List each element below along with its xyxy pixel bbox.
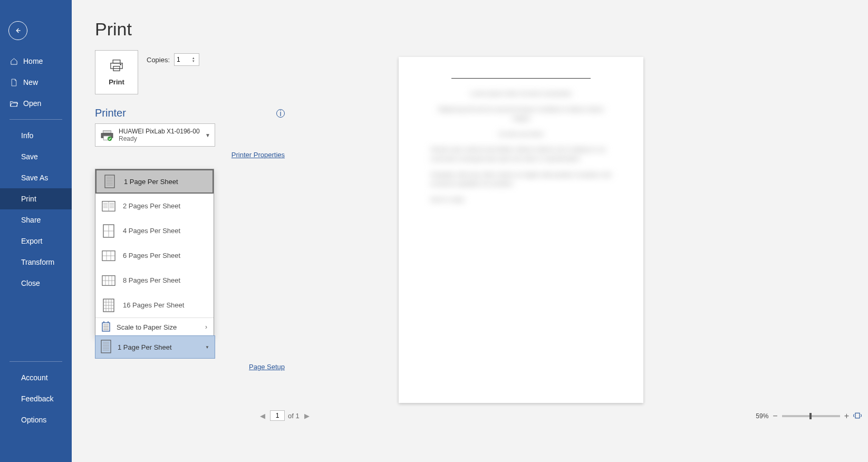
preview-page-nav: ◀ of 1 ▶ [258,410,311,421]
pps-label: 8 Pages Per Sheet [123,276,180,284]
pps-option-1[interactable]: 1 Page Per Sheet [95,169,214,194]
page-setup-link[interactable]: Page Setup [249,363,285,371]
nav-label: Export [21,237,42,245]
preview-divider [451,78,591,79]
nav-label: New [23,78,38,86]
pps-current-label: 1 Page Per Sheet [118,343,172,351]
nav-label: Open [23,99,41,108]
page-1-icon [103,174,117,189]
printer-device-icon [100,130,114,140]
copies-input[interactable]: 1 ▴ ▾ [174,53,199,66]
pages-per-sheet-select[interactable]: 1 Page Per Sheet ▼ [95,335,215,359]
nav-separator [9,119,62,120]
zoom-out-button[interactable]: − [773,411,777,421]
nav-feedback[interactable]: Feedback [0,388,72,409]
zoom-slider[interactable] [782,415,840,417]
page-count: of 1 [288,412,300,420]
pps-label: 6 Pages Per Sheet [123,252,180,259]
printer-status: Ready [119,135,200,142]
nav-save-as[interactable]: Save As [0,167,72,188]
page-8-icon [102,273,115,288]
print-button[interactable]: Print [95,50,138,94]
printer-select[interactable]: HUAWEI PixLab X1-0196-00 Ready ▼ [95,123,215,147]
page-2-icon [102,198,115,214]
backstage-sidebar: Home New Open Info Save Save As Print Sh… [0,0,72,462]
page-number-input[interactable] [270,410,285,421]
nav-label: Print [21,195,36,203]
nav-label: Home [23,57,43,65]
svg-rect-16 [103,131,111,133]
chevron-right-icon: › [205,323,207,331]
chevron-down-icon: ▼ [205,132,210,138]
pps-label: 16 Pages Per Sheet [123,301,184,309]
nav-label: Options [21,416,46,424]
copies-label: Copies: [147,56,170,64]
nav-save[interactable]: Save [0,146,72,167]
nav-label: Save As [21,174,48,182]
pps-label: 1 Page Per Sheet [124,178,178,186]
scale-label: Scale to Paper Size [117,323,177,331]
svg-rect-68 [855,413,860,418]
print-preview: Lorem ipsum dolor sit amet consectetur A… [399,57,643,403]
zoom-controls: 59% − + [756,411,862,421]
printer-icon [109,59,124,72]
nav-label: Feedback [21,394,53,403]
svg-rect-12 [113,60,120,63]
nav-info[interactable]: Info [0,125,72,146]
open-icon [9,99,18,108]
nav-label: Info [21,131,33,140]
nav-account[interactable]: Account [0,367,72,388]
home-icon [9,57,18,65]
print-button-label: Print [109,78,124,86]
nav-label: Share [21,216,41,224]
copies-value: 1 [177,56,180,63]
pps-option-4[interactable]: 4 Pages Per Sheet [95,218,214,243]
nav-label: Account [21,373,48,382]
printer-name: HUAWEI PixLab X1-0196-00 [119,128,200,135]
new-doc-icon [9,78,18,86]
page-4-icon [102,223,115,239]
page-6-icon [102,248,115,264]
pps-label: 2 Pages Per Sheet [123,202,180,210]
printer-info-icon[interactable]: i [276,109,285,118]
nav-options[interactable]: Options [0,409,72,430]
printer-heading: Printer i [72,107,285,119]
nav-label: Save [21,152,38,161]
nav-home[interactable]: Home [0,51,72,72]
svg-point-15 [120,64,121,65]
nav-share[interactable]: Share [0,209,72,230]
pps-option-16[interactable]: 16 Pages Per Sheet [95,293,214,317]
pps-label: 4 Pages Per Sheet [123,227,180,235]
scale-icon [102,321,110,333]
nav-separator [9,361,62,362]
fit-page-icon[interactable] [853,412,862,421]
nav-print[interactable]: Print [0,188,72,209]
nav-open[interactable]: Open [0,93,72,114]
prev-page-button[interactable]: ◀ [258,411,267,420]
copies-down[interactable]: ▾ [192,60,197,63]
zoom-in-button[interactable]: + [844,411,849,421]
page-16-icon [102,297,115,313]
pps-option-6[interactable]: 6 Pages Per Sheet [95,243,214,268]
nav-export[interactable]: Export [0,230,72,252]
nav-new[interactable]: New [0,72,72,93]
pps-option-8[interactable]: 8 Pages Per Sheet [95,268,214,293]
zoom-percent: 59% [756,412,768,420]
page-title: Print [72,0,868,50]
nav-transform[interactable]: Transform [0,252,72,273]
nav-label: Close [21,279,40,287]
nav-label: Transform [21,258,54,266]
chevron-down-icon: ▼ [205,345,209,350]
page-1-icon [101,340,111,355]
nav-close[interactable]: Close [0,273,72,294]
pps-option-2[interactable]: 2 Pages Per Sheet [95,194,214,218]
printer-properties-link[interactable]: Printer Properties [232,151,285,159]
preview-content: Lorem ipsum dolor sit amet consectetur A… [430,89,612,204]
scale-to-paper-size[interactable]: Scale to Paper Size › [95,318,214,336]
back-button[interactable] [8,21,27,40]
svg-rect-61 [101,340,111,353]
next-page-button[interactable]: ▶ [303,411,311,420]
pages-per-sheet-menu: 1 Page Per Sheet 2 Pages Per Sheet 4 Pag… [95,169,214,336]
main-content: Print Print Copies: 1 ▴ ▾ Printer i [72,0,868,462]
